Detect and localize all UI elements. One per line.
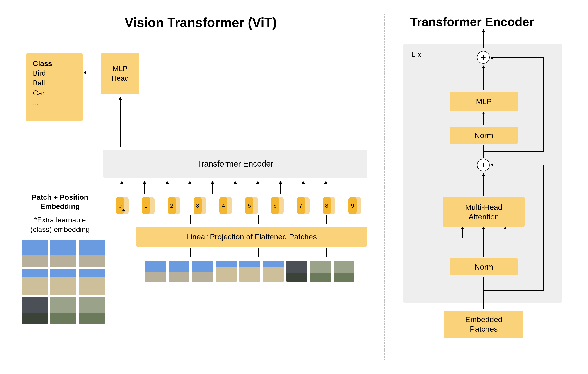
arrow-encoder-output xyxy=(483,32,484,48)
mlp-head-label: MLP Head xyxy=(112,64,129,83)
residual-path-lower-v xyxy=(543,165,544,291)
residual-path-upper-v xyxy=(543,57,544,151)
position-token: 3 xyxy=(193,197,206,214)
class-item: Bird xyxy=(33,68,76,78)
transformer-encoder-box: Transformer Encoder xyxy=(103,150,367,178)
image-patch xyxy=(79,240,105,267)
position-token: 0 * xyxy=(116,197,129,214)
mha-input-arrow xyxy=(483,229,484,238)
residual-arrowhead-lower xyxy=(491,163,493,166)
plus-label: + xyxy=(481,52,486,63)
residual-arrowhead-upper xyxy=(491,57,493,60)
line-emb-to-norm xyxy=(483,277,484,310)
pos-num: 4 xyxy=(219,197,228,214)
position-token: 2 xyxy=(168,197,180,214)
image-patch xyxy=(21,240,48,267)
image-patch xyxy=(50,297,76,324)
image-patch xyxy=(263,261,284,281)
pos-num: 3 xyxy=(193,197,202,214)
residual-path-upper xyxy=(491,57,544,151)
image-patch xyxy=(21,297,48,324)
position-token: 1 xyxy=(142,197,155,214)
pos-num: 2 xyxy=(168,197,176,214)
patch-thumbnail-row xyxy=(145,261,354,281)
pos-num: 5 xyxy=(245,197,253,214)
linear-projection-box: Linear Projection of Flattened Patches xyxy=(136,227,367,247)
image-patch xyxy=(286,261,307,281)
class-item: ... xyxy=(33,98,76,108)
position-token: 8 xyxy=(323,197,335,214)
image-patch xyxy=(239,261,260,281)
title-vit: Vision Transformer (ViT) xyxy=(125,15,277,30)
position-token: 7 xyxy=(297,197,310,214)
patch-grid xyxy=(21,240,105,324)
image-patch xyxy=(21,269,48,295)
image-patch xyxy=(192,261,213,281)
residual-path-upper-h xyxy=(483,151,544,152)
class-output-box: Class Bird Ball Car ... xyxy=(26,53,83,121)
image-patch xyxy=(334,261,354,281)
image-patch xyxy=(145,261,166,281)
title-encoder: Transformer Encoder xyxy=(410,15,534,29)
residual-path-lower-top xyxy=(491,165,544,165)
arrow-mha-to-add xyxy=(483,176,484,196)
image-patch xyxy=(50,240,76,267)
embedded-label: Embedded Patches xyxy=(465,315,502,334)
position-token: 9 xyxy=(348,197,361,214)
mha-input-arrow xyxy=(505,229,505,238)
pos-num: 9 xyxy=(348,197,357,214)
pos-num: 8 xyxy=(323,197,331,214)
position-token: 6 xyxy=(271,197,284,214)
encoder-label: Transformer Encoder xyxy=(197,159,273,169)
linear-projection-label: Linear Projection of Flattened Patches xyxy=(186,232,317,241)
pos-num: 7 xyxy=(297,197,305,214)
image-patch xyxy=(50,269,76,295)
mlp-label: MLP xyxy=(476,96,492,106)
norm-label: Norm xyxy=(474,262,493,272)
patch-position-title: Patch + Position Embedding xyxy=(18,193,102,211)
residual-add-icon: + xyxy=(477,51,490,64)
image-patch xyxy=(79,269,105,295)
pos-num: 1 xyxy=(142,197,150,214)
arrow-encoder-to-head xyxy=(120,100,121,147)
mha-label: Multi-Head Attention xyxy=(465,203,502,222)
lines-projection-to-tokens xyxy=(145,215,327,224)
position-token-row: 0 * 1 2 3 4 5 6 7 8 9 xyxy=(116,197,361,214)
class-token-star: * xyxy=(122,208,125,215)
class-heading: Class xyxy=(33,59,76,68)
norm-box-lower: Norm xyxy=(450,258,518,275)
image-patch xyxy=(216,261,237,281)
mha-input-split xyxy=(462,229,505,229)
image-patch xyxy=(168,261,189,281)
position-token: 4 xyxy=(219,197,232,214)
pos-num: 6 xyxy=(271,197,279,214)
arrow-mlp-to-add xyxy=(483,68,484,90)
arrows-tokens-to-encoder xyxy=(122,184,326,194)
lines-patches-to-projection xyxy=(145,248,327,257)
arrow-norm-to-mlp xyxy=(483,115,484,125)
mlp-head-box: MLP Head xyxy=(101,53,139,94)
arrow-mlp-to-class xyxy=(86,73,99,73)
class-item: Ball xyxy=(33,78,76,88)
plus-label: + xyxy=(481,160,486,170)
position-token: 5 xyxy=(245,197,258,214)
class-item: Car xyxy=(33,88,76,98)
image-patch xyxy=(79,297,105,324)
layers-multiplier: L x xyxy=(411,50,421,59)
embedded-patches-box: Embedded Patches xyxy=(444,310,524,338)
patch-position-subtext: *Extra learnable (class) embedding xyxy=(18,215,102,234)
image-patch xyxy=(310,261,331,281)
vertical-divider xyxy=(384,14,385,360)
residual-path-lower-bot xyxy=(483,290,544,291)
mha-input-arrow xyxy=(462,229,463,238)
residual-add-icon: + xyxy=(477,159,490,171)
multihead-attention-box: Multi-Head Attention xyxy=(443,197,525,227)
